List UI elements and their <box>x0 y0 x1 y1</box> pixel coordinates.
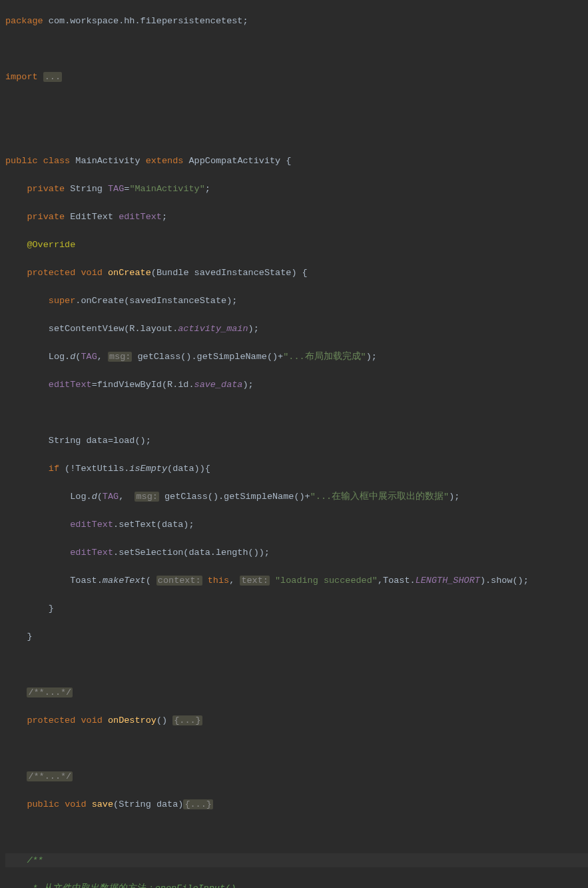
code-line: editText=findViewById(R.id.save_data); <box>5 378 588 392</box>
param-hint: text: <box>240 576 270 586</box>
code-line <box>5 126 588 140</box>
code-line: /**...*/ <box>5 685 588 699</box>
code-line: } <box>5 602 588 616</box>
fold-marker[interactable]: {...} <box>172 715 202 725</box>
code-line: /**...*/ <box>5 769 588 783</box>
code-line: Toast.makeText( context: this, text: "lo… <box>5 574 588 588</box>
code-line <box>5 406 588 420</box>
code-line <box>5 825 588 839</box>
code-line: editText.setText(data); <box>5 518 588 532</box>
code-line: import ... <box>5 70 588 84</box>
code-line <box>5 98 588 112</box>
fold-marker[interactable]: ... <box>43 72 62 82</box>
param-hint: msg: <box>108 352 132 362</box>
code-line: editText.setSelection(data.length()); <box>5 546 588 560</box>
code-line: /** <box>5 853 588 867</box>
code-line: * 从文件中取出数据的方法：openFileInput() <box>5 881 588 888</box>
code-line: protected void onDestroy() {...} <box>5 713 588 727</box>
code-line: Log.d(TAG, msg: getClass().getSimpleName… <box>5 350 588 364</box>
param-hint: msg: <box>135 492 158 502</box>
code-line <box>5 741 588 755</box>
code-line: @Override <box>5 238 588 252</box>
code-line: setContentView(R.layout.activity_main); <box>5 322 588 336</box>
code-line: public class MainActivity extends AppCom… <box>5 154 588 168</box>
code-line: String data=load(); <box>5 434 588 448</box>
code-area[interactable]: package com.workspace.hh.filepersistence… <box>0 0 588 888</box>
code-editor[interactable]: package com.workspace.hh.filepersistence… <box>0 0 588 888</box>
code-line: } <box>5 630 588 644</box>
code-line: public void save(String data){...} <box>5 797 588 811</box>
code-line: super.onCreate(savedInstanceState); <box>5 294 588 308</box>
code-line: protected void onCreate(Bundle savedInst… <box>5 266 588 280</box>
fold-marker[interactable]: /**...*/ <box>27 771 73 781</box>
code-line: package com.workspace.hh.filepersistence… <box>5 14 588 28</box>
code-line: private EditText editText; <box>5 210 588 224</box>
param-hint: context: <box>156 576 202 586</box>
code-line <box>5 658 588 671</box>
code-line <box>5 42 588 56</box>
code-line: private String TAG="MainActivity"; <box>5 182 588 196</box>
fold-marker[interactable]: /**...*/ <box>27 687 73 697</box>
fold-marker[interactable]: {...} <box>183 799 213 809</box>
code-line: if (!TextUtils.isEmpty(data)){ <box>5 462 588 476</box>
code-line: Log.d(TAG, msg: getClass().getSimpleName… <box>5 490 588 504</box>
